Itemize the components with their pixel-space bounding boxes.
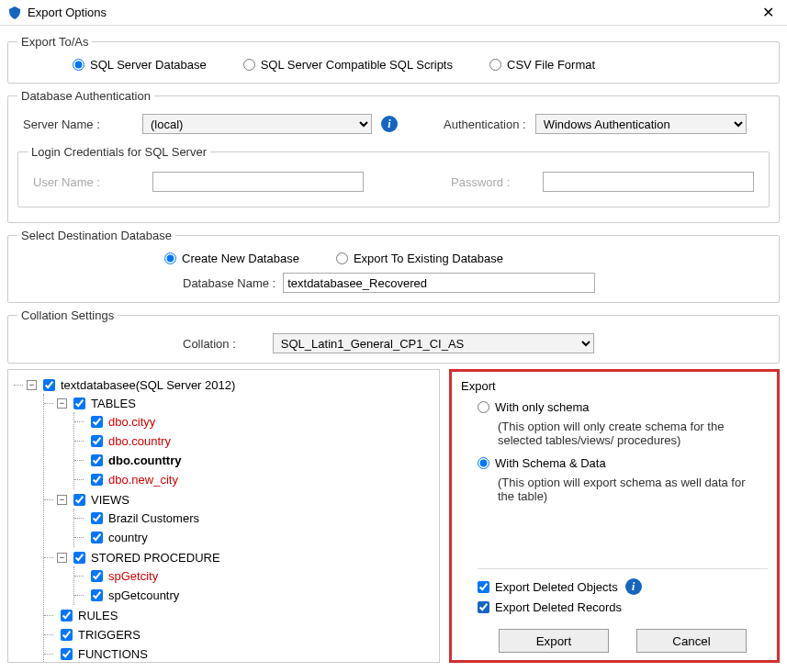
radio-schema-and-data[interactable]: With Schema & Data <box>478 456 606 470</box>
tree-triggers-label: TRIGGERS <box>78 628 141 642</box>
db-auth-group: Database Authentication Server Name : (l… <box>7 89 780 223</box>
close-icon[interactable]: ✕ <box>757 4 780 21</box>
destination-db-legend: Select Destination Database <box>17 229 175 242</box>
info-icon[interactable]: i <box>625 578 642 595</box>
radio-sql-scripts[interactable]: SQL Server Compatible SQL Scripts <box>243 58 453 72</box>
tree-item[interactable]: dbo.new_city <box>87 471 178 488</box>
tree-functions[interactable]: FUNCTIONS <box>57 645 148 663</box>
username-input <box>152 172 364 192</box>
tree-item[interactable]: country <box>87 529 148 546</box>
radio-sql-server-db[interactable]: SQL Server Database <box>73 58 207 72</box>
tree-sp[interactable]: − STORED PROCEDURE <box>57 549 220 566</box>
collation-select[interactable]: SQL_Latin1_General_CP1_CI_AS <box>273 333 594 353</box>
tree-item-label: dbo.country <box>108 434 171 448</box>
tree-item-label: dbo.new_city <box>108 473 178 487</box>
collation-group: Collation Settings Collation : SQL_Latin… <box>7 308 780 364</box>
radio-sql-scripts-label: SQL Server Compatible SQL Scripts <box>261 58 453 72</box>
check-export-deleted-objects-label: Export Deleted Objects <box>495 580 618 594</box>
tree-tables-label: TABLES <box>91 397 136 410</box>
cancel-button[interactable]: Cancel <box>636 629 747 653</box>
tree-item[interactable]: spGetcity <box>87 567 158 585</box>
collapse-icon[interactable]: − <box>27 380 37 390</box>
tree-item-label: country <box>108 531 148 544</box>
tree-views-check[interactable] <box>73 494 85 506</box>
tree-item[interactable]: Brazil Customers <box>87 510 199 527</box>
tree-functions-label: FUNCTIONS <box>78 647 148 661</box>
tree-triggers[interactable]: TRIGGERS <box>57 626 141 644</box>
export-to-group: Export To/As SQL Server Database SQL Ser… <box>7 35 780 84</box>
tree-item[interactable]: dbo.counttry <box>87 452 181 469</box>
tree-item-label: spGetcity <box>108 569 158 583</box>
info-icon[interactable]: i <box>381 116 398 132</box>
authentication-label: Authentication : <box>444 118 526 131</box>
authentication-select[interactable]: Windows Authentication <box>535 114 747 134</box>
tree-item[interactable]: dbo.country <box>87 432 171 450</box>
tree-root-label: textdatabasee(SQL Server 2012) <box>61 378 235 392</box>
titlebar: Export Options ✕ <box>0 0 787 26</box>
server-name-label: Server Name : <box>23 118 133 131</box>
tree-item-label: spGetcountry <box>108 588 179 602</box>
check-export-deleted-objects[interactable]: Export Deleted Objects <box>478 580 618 594</box>
radio-sql-server-db-label: SQL Server Database <box>90 58 207 72</box>
radio-csv[interactable]: CSV File Format <box>489 58 595 72</box>
tree-rules-label: RULES <box>78 609 118 622</box>
check-export-deleted-records[interactable]: Export Deleted Records <box>478 600 622 614</box>
radio-existing-db-label: Export To Existing Database <box>354 252 503 265</box>
collapse-icon[interactable]: − <box>57 398 67 409</box>
password-label: Password : <box>451 175 534 189</box>
server-name-select[interactable]: (local) <box>142 114 372 134</box>
tree-item-label: dbo.cityy <box>108 415 155 429</box>
tree-item[interactable]: spGetcountry <box>87 587 179 604</box>
collation-legend: Collation Settings <box>17 308 118 322</box>
password-input <box>543 172 754 192</box>
login-credentials-legend: Login Credentials for SQL Server <box>28 145 210 159</box>
tree-item[interactable]: dbo.cityy <box>87 413 155 431</box>
radio-create-new-db[interactable]: Create New Database <box>164 252 299 265</box>
tree-rules[interactable]: RULES <box>57 607 118 624</box>
window-title: Export Options <box>28 6 757 19</box>
radio-only-schema-label: With only schema <box>495 400 590 414</box>
db-auth-legend: Database Authentication <box>17 89 154 103</box>
collapse-icon[interactable]: − <box>57 553 67 563</box>
tree-item-label: Brazil Customers <box>108 511 199 525</box>
login-credentials-group: Login Credentials for SQL Server User Na… <box>17 145 770 207</box>
collation-label: Collation : <box>183 337 236 351</box>
destination-db-group: Select Destination Database Create New D… <box>7 229 780 303</box>
db-name-label: Database Name : <box>183 276 275 290</box>
export-panel-title: Export <box>461 379 768 393</box>
tree-views-label: VIEWS <box>91 493 129 507</box>
radio-only-schema[interactable]: With only schema <box>478 400 590 414</box>
radio-schema-and-data-label: With Schema & Data <box>495 456 606 470</box>
tree-tables[interactable]: − TABLES <box>57 395 136 412</box>
export-to-legend: Export To/As <box>17 35 92 49</box>
tree-views[interactable]: − VIEWS <box>57 491 129 509</box>
object-tree[interactable]: − textdatabasee(SQL Server 2012) − TABLE… <box>7 369 440 663</box>
username-label: User Name : <box>33 175 143 189</box>
radio-create-new-db-label: Create New Database <box>182 252 299 265</box>
radio-existing-db[interactable]: Export To Existing Database <box>336 252 503 265</box>
app-icon <box>7 6 22 20</box>
collapse-icon[interactable]: − <box>57 495 67 505</box>
export-panel: Export With only schema (This option wil… <box>449 369 780 663</box>
check-export-deleted-records-label: Export Deleted Records <box>495 600 622 614</box>
db-name-input[interactable] <box>283 273 595 293</box>
tree-root[interactable]: − textdatabasee(SQL Server 2012) <box>27 376 235 394</box>
tree-sp-label: STORED PROCEDURE <box>91 551 220 565</box>
tree-sp-check[interactable] <box>73 552 85 564</box>
tree-tables-check[interactable] <box>73 398 85 409</box>
schema-and-data-desc: (This option will export schema as well … <box>498 476 755 503</box>
tree-item-label: dbo.counttry <box>108 454 181 467</box>
export-button[interactable]: Export <box>499 629 609 653</box>
tree-root-check[interactable] <box>43 379 55 391</box>
only-schema-desc: (This option will only create schema for… <box>498 420 755 447</box>
radio-csv-label: CSV File Format <box>507 58 595 72</box>
